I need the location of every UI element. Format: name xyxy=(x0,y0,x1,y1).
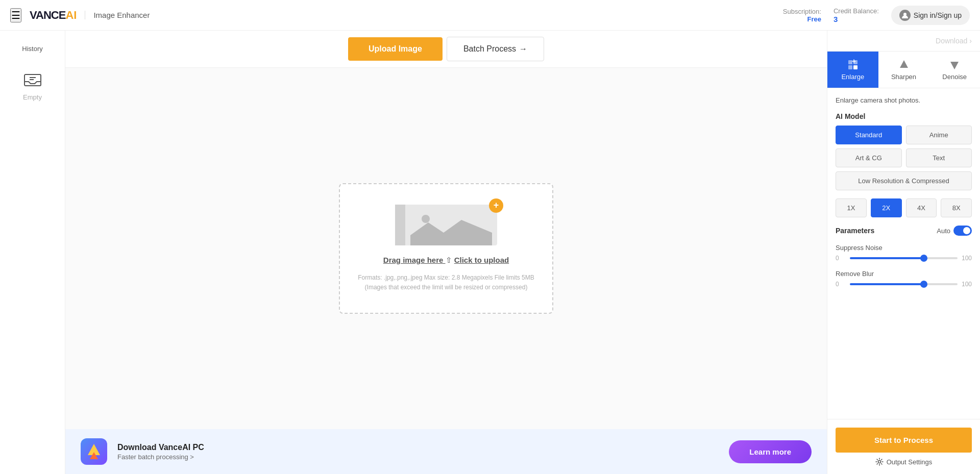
history-label: History xyxy=(22,41,42,57)
learn-more-button[interactable]: Learn more xyxy=(729,440,812,463)
sidebar: History Empty xyxy=(0,31,65,474)
credits-label: Credit Balance: xyxy=(834,7,879,15)
auto-label: Auto xyxy=(937,227,950,235)
upload-drop-zone[interactable]: + Drag image here ⇧ Click to upload Form… xyxy=(339,183,553,314)
formats-text: Formats: .jpg,.png,.jpeg Max size: 2.8 M… xyxy=(358,274,534,281)
tab-sharpen-label: Sharpen xyxy=(891,73,916,81)
preview-image-icon xyxy=(395,205,497,245)
sidebar-icon-area: Empty xyxy=(23,72,42,101)
tab-enlarge-label: Enlarge xyxy=(841,73,864,81)
remove-blur-slider[interactable] xyxy=(850,283,958,285)
parameters-label: Parameters xyxy=(836,227,874,235)
subscription-label: Subscription: xyxy=(783,8,821,15)
gear-icon xyxy=(875,458,884,466)
scale-8x[interactable]: 8X xyxy=(941,198,972,217)
main-container: History Empty Upload Image Batch Process… xyxy=(0,31,980,474)
panel-footer: Start to Process Output Settings xyxy=(827,419,980,474)
tab-enlarge[interactable]: Enlarge xyxy=(827,52,878,88)
content-area: Upload Image Batch Process → + xyxy=(65,31,827,474)
drag-text: Drag image here xyxy=(383,256,446,264)
suppress-min: 0 xyxy=(836,255,846,262)
remove-blur-row: 0 100 xyxy=(836,281,972,288)
panel-download-row: Download › xyxy=(827,31,980,52)
denoise-icon xyxy=(948,59,961,71)
upload-instructions: Drag image here ⇧ Click to upload xyxy=(383,256,509,265)
remove-blur-section: Remove Blur 0 100 xyxy=(836,270,972,288)
suppress-noise-row: 0 100 xyxy=(836,255,972,262)
svg-marker-12 xyxy=(950,62,959,69)
app-title: Image Enhancer xyxy=(85,11,150,19)
suppress-max: 100 xyxy=(962,255,972,262)
subscription-info: Subscription: Free xyxy=(783,8,821,23)
suppress-noise-label: Suppress Noise xyxy=(836,244,972,252)
scale-1x[interactable]: 1X xyxy=(836,198,867,217)
signin-button[interactable]: Sign in/Sign up xyxy=(891,6,970,25)
start-process-button[interactable]: Start to Process xyxy=(836,428,972,453)
download-arrow-icon: › xyxy=(969,37,972,45)
svg-rect-5 xyxy=(395,205,405,245)
banner-subtitle: Faster batch processing > xyxy=(117,453,719,461)
suppress-noise-slider[interactable] xyxy=(850,257,958,259)
suppress-noise-section: Suppress Noise 0 100 xyxy=(836,244,972,262)
logo-ai: AI xyxy=(65,9,77,22)
batch-process-button[interactable]: Batch Process → xyxy=(447,37,544,61)
enlarge-icon xyxy=(847,59,859,71)
remove-blur-label: Remove Blur xyxy=(836,270,972,278)
panel-description: Enlarge camera shot photos. xyxy=(836,96,972,104)
empty-label: Empty xyxy=(23,93,42,101)
svg-point-6 xyxy=(422,215,430,223)
auto-toggle[interactable] xyxy=(953,226,972,236)
upload-zone-container: + Drag image here ⇧ Click to upload Form… xyxy=(65,68,827,429)
scale-4x[interactable]: 4X xyxy=(906,198,937,217)
batch-label: Batch Process xyxy=(463,44,516,54)
model-text[interactable]: Text xyxy=(906,148,972,167)
right-panel: Download › Enlarge Sharpen xyxy=(827,31,980,474)
model-anime[interactable]: Anime xyxy=(906,126,972,144)
banner-text: Download VanceAI PC Faster batch process… xyxy=(117,443,719,461)
batch-arrow-icon: → xyxy=(519,44,527,54)
scale-2x[interactable]: 2X xyxy=(871,198,902,217)
model-art-cg[interactable]: Art & CG xyxy=(836,148,902,167)
vanceai-pc-logo xyxy=(81,438,107,465)
subscription-value: Free xyxy=(807,15,821,23)
navbar: ☰ VANCEAI Image Enhancer Subscription: F… xyxy=(0,0,980,31)
panel-content: Enlarge camera shot photos. AI Model Sta… xyxy=(827,88,980,419)
sharpen-icon xyxy=(898,59,910,71)
upload-preview-area: + xyxy=(395,205,497,247)
click-to-upload[interactable]: Click to upload xyxy=(454,256,509,264)
scale-row: 1X 2X 4X 8X xyxy=(836,198,972,217)
inbox-icon xyxy=(23,72,42,90)
logo-vance: VANCE xyxy=(30,9,65,22)
upload-image-button[interactable]: Upload Image xyxy=(348,37,443,61)
blur-max: 100 xyxy=(962,281,972,288)
tab-denoise[interactable]: Denoise xyxy=(929,52,980,88)
output-settings-label: Output Settings xyxy=(887,458,933,466)
model-low-res[interactable]: Low Resolution & Compressed xyxy=(836,171,972,190)
credits-info: Credit Balance: 3 xyxy=(834,7,879,23)
limit-note: (Images that exceed the limit will be re… xyxy=(365,284,528,291)
banner-title: Download VanceAI PC xyxy=(117,443,719,452)
tool-tabs: Enlarge Sharpen Denoise xyxy=(827,52,980,88)
signin-label: Sign in/Sign up xyxy=(914,11,962,19)
parameters-row: Parameters Auto xyxy=(836,226,972,236)
output-settings-button[interactable]: Output Settings xyxy=(836,458,972,466)
tab-sharpen[interactable]: Sharpen xyxy=(878,52,929,88)
user-avatar-icon xyxy=(899,10,911,21)
svg-marker-11 xyxy=(900,60,908,68)
tab-denoise-label: Denoise xyxy=(942,73,967,81)
blur-min: 0 xyxy=(836,281,846,288)
bottom-banner: Download VanceAI PC Faster batch process… xyxy=(65,429,827,474)
add-image-icon: + xyxy=(489,198,503,213)
hamburger-button[interactable]: ☰ xyxy=(10,8,21,22)
svg-rect-8 xyxy=(848,65,852,69)
logo: VANCEAI xyxy=(30,9,77,22)
svg-rect-7 xyxy=(848,60,852,64)
download-label: Download xyxy=(936,37,967,45)
model-grid: Standard Anime Art & CG Text Low Resolut… xyxy=(836,126,972,190)
model-standard[interactable]: Standard xyxy=(836,126,902,144)
svg-point-13 xyxy=(878,461,880,463)
auto-toggle-wrap: Auto xyxy=(937,226,972,236)
toolbar: Upload Image Batch Process → xyxy=(65,31,827,68)
credits-value: 3 xyxy=(834,15,838,23)
download-button[interactable]: Download › xyxy=(936,37,972,45)
